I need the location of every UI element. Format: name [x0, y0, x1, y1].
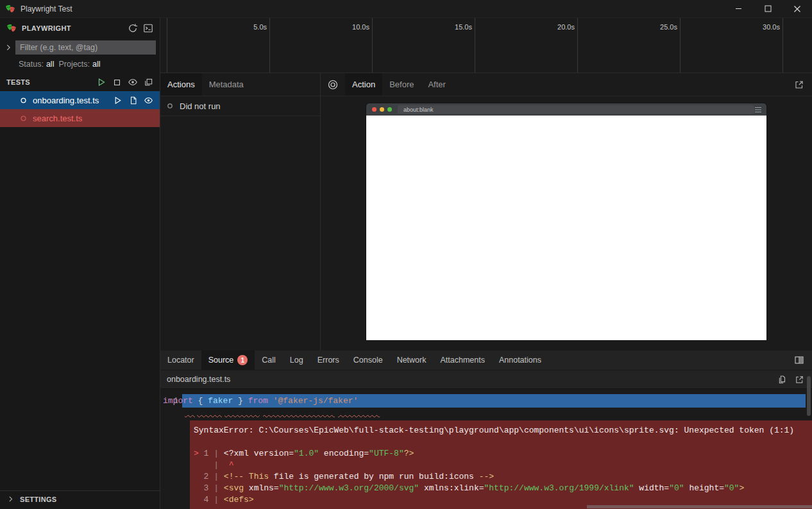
tab-network[interactable]: Network [390, 350, 434, 370]
error-frame-line-1: > 1 | <?xml version="1.0" encoding="UTF-… [194, 448, 806, 460]
projects-label: Projects: [58, 60, 90, 69]
tab-errors[interactable]: Errors [310, 350, 346, 370]
copy-icon[interactable] [777, 375, 787, 384]
open-source-external-link-icon[interactable] [795, 375, 804, 384]
horizontal-scrollbar-thumb[interactable] [587, 505, 812, 508]
filter-row [0, 39, 160, 56]
window-title: Playwright Test [21, 4, 72, 13]
preview-panel: Action Before After [321, 73, 812, 350]
playwright-section-title: PLAYWRIGHT [22, 24, 71, 32]
actions-panel: Actions Metadata Did not run [160, 73, 321, 350]
chevron-right-icon[interactable] [4, 43, 13, 52]
tab-call[interactable]: Call [255, 350, 283, 370]
traffic-red-icon [372, 107, 376, 112]
tab-metadata[interactable]: Metadata [202, 73, 251, 96]
tab-annotations[interactable]: Annotations [492, 350, 548, 370]
timeline-gridline [372, 18, 373, 73]
projects-value[interactable]: all [92, 60, 101, 69]
stop-icon[interactable] [112, 78, 122, 87]
details-tabbar: Locator Source 1 Call Log Errors Console… [160, 350, 812, 370]
circle-status-icon [166, 102, 174, 110]
timeline-gridline [475, 18, 475, 73]
error-frame-line-2: 2 | <!-- This file is generated by npm r… [194, 471, 806, 483]
traffic-yellow-icon [380, 107, 384, 112]
traffic-green-icon [387, 107, 392, 112]
tab-after[interactable]: After [421, 73, 452, 96]
error-frame-line-4: 4 | <defs> [194, 494, 806, 506]
test-file-name: onboarding.test.ts [33, 96, 99, 105]
playwright-section-header: PLAYWRIGHT [0, 18, 160, 39]
timeline-gridline [167, 18, 167, 73]
open-source-file-icon[interactable] [128, 96, 138, 105]
settings-section-header[interactable]: SETTINGS [0, 490, 160, 507]
settings-section-title: SETTINGS [20, 496, 56, 503]
browser-page-body [366, 116, 766, 340]
timeline-tick: 30.0s [741, 23, 780, 31]
refresh-icon[interactable] [128, 23, 138, 33]
error-squiggle: import { faker } from '@faker-js/faker' [185, 408, 812, 415]
tab-log[interactable]: Log [283, 350, 310, 370]
test-file-name: search.test.ts [33, 114, 82, 123]
source-code-area: 1 import { faker } from '@faker-js/faker… [160, 394, 812, 509]
open-snapshot-external-link-icon[interactable] [794, 80, 804, 90]
tab-action[interactable]: Action [345, 73, 382, 96]
browser-snapshot: about:blank [366, 103, 766, 340]
test-row-actions [113, 96, 160, 105]
terminal-icon[interactable] [143, 23, 153, 33]
minimize-button[interactable] [723, 0, 753, 17]
watch-all-eye-icon[interactable] [128, 77, 138, 87]
watch-test-eye-icon[interactable] [144, 96, 153, 105]
main-area: 5.0s 10.0s 15.0s 20.0s 25.0s 30.0s Actio… [160, 18, 812, 509]
syntax-error-block: SyntaxError: C:\Courses\EpicWeb\full-sta… [190, 420, 812, 509]
test-file-search[interactable]: search.test.ts [0, 109, 160, 127]
hamburger-icon [754, 107, 762, 113]
circle-status-icon [19, 96, 28, 105]
snapshot-preview-area: about:blank [321, 96, 812, 350]
window-controls [723, 0, 812, 17]
browser-header: about:blank [366, 103, 766, 116]
error-message: SyntaxError: C:\Courses\EpicWeb\full-sta… [194, 425, 806, 436]
maximize-button[interactable] [753, 0, 782, 17]
source-code-text: import { faker } from '@faker-js/faker' [160, 396, 358, 406]
source-file-name: onboarding.test.ts [167, 375, 230, 384]
timeline-gridline [577, 18, 578, 73]
tab-console[interactable]: Console [346, 350, 390, 370]
status-filter-row: Status: all Projects: all [0, 56, 160, 72]
status-value[interactable]: all [46, 60, 55, 69]
tab-before[interactable]: Before [382, 73, 421, 96]
status-label: Status: [19, 60, 44, 69]
error-frame-caret-line: | ^ [194, 460, 806, 471]
traffic-light-icons [372, 107, 392, 112]
tab-actions[interactable]: Actions [160, 73, 202, 96]
tab-locator[interactable]: Locator [160, 350, 201, 370]
pick-locator-target-icon[interactable] [327, 79, 339, 91]
details-panel: Locator Source 1 Call Log Errors Console… [160, 350, 812, 509]
close-button[interactable] [782, 0, 812, 17]
collapse-all-icon[interactable] [144, 78, 153, 87]
test-file-onboarding[interactable]: onboarding.test.ts [0, 91, 160, 109]
tab-attachments[interactable]: Attachments [433, 350, 491, 370]
tab-source[interactable]: Source 1 [201, 350, 255, 370]
timeline-tick: 25.0s [639, 23, 677, 31]
circle-status-icon [19, 114, 28, 123]
action-list-item-did-not-run[interactable]: Did not run [160, 96, 320, 116]
actions-tabbar: Actions Metadata [160, 73, 320, 96]
vertical-scrollbar-thumb[interactable] [807, 376, 811, 416]
did-not-run-label: Did not run [180, 101, 221, 111]
split-view-icon[interactable] [794, 355, 804, 365]
source-file-bar: onboarding.test.ts [160, 370, 812, 389]
timeline-tick: 5.0s [228, 23, 267, 31]
timeline[interactable]: 5.0s 10.0s 15.0s 20.0s 25.0s 30.0s [160, 18, 812, 73]
run-all-play-icon[interactable] [96, 77, 106, 87]
preview-toolbar: Action Before After [321, 73, 812, 96]
filter-input[interactable] [15, 40, 156, 55]
playwright-masks-icon [5, 4, 15, 14]
playwright-trace-window: Playwright Test PLAYWRIG [0, 0, 812, 509]
source-line-1: 1 import { faker } from '@faker-js/faker… [160, 394, 812, 408]
error-frame-line-3: 3 | <svg xmlns="http://www.w3.org/2000/s… [194, 483, 806, 494]
timeline-gridline [782, 18, 783, 73]
run-test-play-icon[interactable] [113, 96, 123, 105]
timeline-gridline [269, 18, 270, 73]
timeline-gridline [680, 18, 681, 73]
page-url: about:blank [398, 107, 434, 113]
